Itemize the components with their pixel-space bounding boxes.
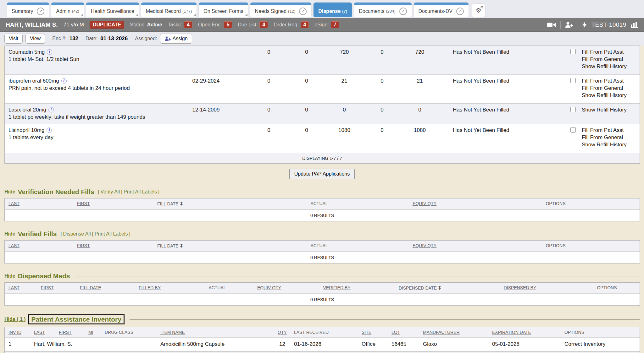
col-first[interactable]: FIRST [77, 198, 157, 209]
correct-inventory-link[interactable]: Correct Inventory [564, 341, 640, 347]
tab-on-screen-forms[interactable]: On Screen Forms [199, 3, 248, 17]
esign-count-badge[interactable]: 7 [331, 21, 339, 28]
status-value: Active [147, 22, 162, 28]
pai-section-title: Patient Assistance Inventory [28, 314, 125, 324]
info-icon[interactable]: i [61, 78, 67, 84]
due-list-count-badge[interactable]: 4 [259, 21, 268, 28]
col-verified-by[interactable]: VERIFIED BY [299, 283, 375, 293]
med-name[interactable]: Lasix oral 20mg [8, 107, 46, 113]
due-list-counter[interactable]: Due List: 4 [238, 21, 268, 28]
col-equiv-qty[interactable]: EQUIV QTY [377, 198, 472, 209]
option-link[interactable]: Fill From General [582, 84, 640, 92]
fill-status: Has Not Yet Been Filled [439, 106, 564, 121]
option-link[interactable]: Fill From Pat Asst [582, 48, 640, 56]
col-manufacturer[interactable]: MANUFACTURER [423, 327, 492, 337]
info-icon[interactable]: i [48, 107, 54, 112]
verify-all-link[interactable]: Verify All [101, 189, 120, 195]
med-checkbox[interactable] [570, 107, 576, 112]
hide-verification-link[interactable]: Hide [4, 189, 15, 195]
assign-button[interactable]: Assign [160, 34, 192, 44]
col-last[interactable]: LAST [5, 283, 41, 293]
info-icon[interactable]: i [47, 49, 52, 55]
med-name[interactable]: Coumadin 5mg [8, 49, 45, 55]
col-fill-date[interactable]: FILL DATE↧ [157, 241, 261, 251]
external-link-icon[interactable]: ↗ [456, 8, 464, 15]
col-item-name[interactable]: ITEM NAME [160, 327, 270, 337]
hide-dispensed-link[interactable]: Hide [4, 273, 15, 279]
tab-dispense[interactable]: Dispense (7) [314, 3, 352, 17]
option-link[interactable]: Show Refill History [582, 106, 640, 113]
print-all-labels-link[interactable]: Print All Labels [95, 231, 128, 237]
col-equiv-qty[interactable]: EQUIV QTY [239, 283, 299, 293]
order-req-count-badge[interactable]: 4 [301, 21, 309, 28]
col-last[interactable]: LAST [5, 198, 77, 209]
verified-results-status: 0 RESULTS [5, 252, 640, 263]
med-name[interactable]: ibuprofen oral 600mg [8, 78, 59, 84]
hide-pai-link[interactable]: Hide ( 1 ) [4, 317, 26, 322]
option-link[interactable]: Show Refill History [582, 92, 640, 99]
expiration-date: 05-01-2028 [492, 341, 564, 347]
bar-chart-icon[interactable] [631, 22, 638, 28]
esign-counter[interactable]: eSign: 7 [314, 21, 339, 28]
col-dispensed-date[interactable]: DISPENSED DATE↧ [375, 283, 466, 293]
tab-admin[interactable]: Admin (42) [51, 3, 84, 17]
col-expiration-date[interactable]: EXPIRATION DATE [492, 327, 564, 337]
option-link[interactable]: Show Refill History [582, 141, 640, 148]
col-first[interactable]: FIRST [77, 241, 157, 251]
col-last[interactable]: LAST [5, 241, 77, 251]
tab-summary[interactable]: Summary ↗ [7, 3, 49, 17]
visit-button[interactable]: Visit [4, 34, 23, 44]
dispense-all-link[interactable]: Dispense All [63, 231, 91, 237]
col-inv-id[interactable]: INV ID [5, 327, 34, 337]
hide-verified-link[interactable]: Hide [4, 231, 15, 237]
med-checkbox[interactable] [570, 49, 576, 54]
tab-documents[interactable]: Documents (284) ↗ [354, 3, 411, 17]
open-enc-counter[interactable]: Open Enc: 5 [198, 21, 232, 28]
col-qty[interactable]: QTY [270, 327, 294, 337]
col-first[interactable]: FIRST [41, 283, 80, 293]
option-link[interactable]: Fill From Pat Asst [582, 127, 640, 134]
open-enc-count-badge[interactable]: 5 [224, 21, 232, 28]
option-link[interactable]: Fill From Pat Asst [582, 77, 640, 84]
video-camera-icon[interactable] [547, 22, 556, 28]
col-fill-date[interactable]: FILL DATE [80, 283, 139, 293]
option-link[interactable]: Show Refill History [582, 63, 640, 70]
med-name[interactable]: Lisinopril 10mg [8, 127, 44, 133]
option-link[interactable]: Fill From General [582, 134, 640, 141]
col-first[interactable]: FIRST [59, 327, 88, 337]
section-rule [130, 319, 640, 320]
tasks-counter[interactable]: Tasks: 4 [168, 21, 192, 28]
order-req-counter[interactable]: Order Req: 4 [274, 21, 309, 28]
col-fill-date[interactable]: FILL DATE↧ [157, 198, 261, 209]
external-link-icon[interactable]: ↗ [299, 8, 307, 15]
med-checkbox[interactable] [570, 127, 576, 133]
duplicate-badge[interactable]: DUPLICATE [90, 21, 124, 29]
col-filled-by[interactable]: FILLED BY [139, 283, 195, 293]
col-last[interactable]: LAST [34, 327, 59, 337]
option-link[interactable]: Fill From General [582, 56, 640, 63]
external-link-icon[interactable]: ↗ [37, 8, 44, 15]
med-options: Fill From Pat Asst Fill From General Sho… [582, 48, 640, 71]
tab-needs-signed[interactable]: Needs Signed (12) ↗ [250, 3, 312, 17]
med-sig: 1 tablet M- Sat, 1/2 tablet Sun [8, 56, 181, 63]
col-mi[interactable]: MI [88, 327, 105, 337]
tab-medical-record[interactable]: Medical Record (177) [141, 3, 197, 17]
fill-date: 02-29-2024 [181, 77, 231, 100]
tasks-count-badge[interactable]: 4 [184, 21, 192, 28]
col-dispensed-by[interactable]: DISPENSED BY [466, 283, 574, 293]
add-user-icon[interactable] [565, 22, 573, 28]
med-checkbox[interactable] [570, 78, 576, 83]
external-link-icon[interactable]: ↗ [399, 8, 407, 15]
col-site[interactable]: SITE [362, 327, 391, 337]
tab-health-surveillance[interactable]: Health Surveillance [86, 3, 139, 17]
col-lot[interactable]: LOT [391, 327, 423, 337]
tab-documents-dv[interactable]: Documents-DV ↗ [414, 3, 469, 17]
lightning-icon[interactable] [582, 21, 587, 28]
view-button[interactable]: View [25, 34, 45, 44]
print-all-labels-link[interactable]: Print All Labels [124, 189, 157, 195]
settings-button[interactable]: ⚙ ⚙ [472, 4, 485, 17]
section-rule [134, 234, 640, 234]
col-equiv-qty[interactable]: EQUIV QTY [377, 241, 472, 251]
update-pap-button[interactable]: Update PAP Applications [289, 169, 355, 179]
info-icon[interactable]: i [47, 128, 52, 133]
